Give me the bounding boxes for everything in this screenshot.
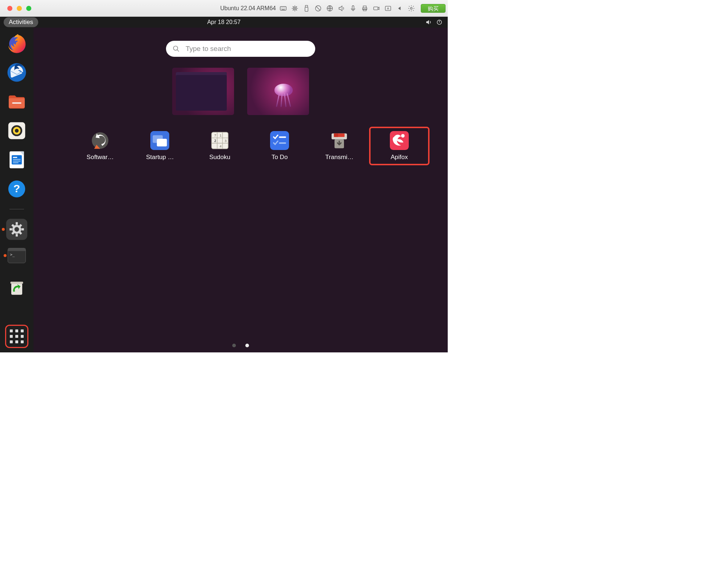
dock-item-thunderbird[interactable] [6,62,27,83]
thunderbird-icon [6,62,27,83]
svg-text:4: 4 [219,144,222,148]
app-label: Sudoku [209,154,230,161]
app-label: Transmi… [325,154,354,161]
maximize-window-button[interactable] [26,6,31,11]
globe-icon[interactable] [326,5,333,12]
svg-text:?: ? [13,182,20,194]
camera-icon[interactable] [373,5,380,12]
usb-icon[interactable] [303,5,310,12]
buy-button[interactable]: 购买 [421,4,446,13]
vm-screen: Activities Apr 18 20:57 [0,17,448,352]
svg-rect-1 [293,7,296,9]
svg-rect-22 [13,157,17,158]
mic-icon[interactable] [349,5,357,12]
app-todo[interactable]: To Do [253,131,306,161]
search-bar[interactable] [166,41,315,57]
svg-rect-31 [11,283,22,295]
page-indicator[interactable] [232,344,249,347]
close-window-button[interactable] [7,6,12,11]
app-label: Softwar… [87,154,114,161]
search-icon [173,45,180,52]
app-startup-applications[interactable]: Startup … [133,131,186,161]
search-input[interactable] [185,44,309,53]
show-applications-button[interactable] [5,325,28,348]
apifox-icon [390,131,409,150]
window-controls [7,6,31,11]
dock-item-help[interactable]: ? [6,178,27,199]
help-icon: ? [6,178,27,199]
dock-item-settings[interactable] [6,219,27,240]
app-label: To Do [272,154,288,161]
app-software-updater[interactable]: Softwar… [74,131,127,161]
app-label: Startup … [146,154,174,161]
printer-icon[interactable] [361,5,368,12]
app-transmission[interactable]: Transmi… [313,131,366,161]
dock-item-trash[interactable] [6,277,27,298]
settings-icon [6,219,27,240]
terminal-icon: >_ [8,248,25,263]
svg-rect-37 [157,139,167,146]
overview-area: Softwar… Startup … [33,28,448,352]
back-icon[interactable] [396,5,403,12]
svg-rect-49 [334,134,338,137]
rhythmbox-icon [6,120,27,141]
host-toolbar-icons: 购买 [280,4,446,13]
svg-text:7: 7 [214,133,216,137]
clock[interactable]: Apr 18 20:57 [207,19,241,25]
svg-rect-46 [279,142,286,144]
svg-point-10 [411,7,412,9]
dock-item-files[interactable] [6,91,27,112]
sudoku-icon: 7 1 2 3 4 [210,131,229,150]
software-updater-icon [91,131,110,150]
svg-rect-29 [8,248,25,251]
dock-item-terminal[interactable]: >_ [8,248,26,263]
activities-button[interactable]: Activities [4,17,38,27]
svg-rect-32 [11,282,23,284]
libreoffice-writer-icon [6,149,27,170]
svg-rect-2 [294,8,295,9]
svg-point-33 [174,46,178,51]
dock-item-libreoffice-writer[interactable] [6,149,27,170]
page-dot-2[interactable] [245,344,249,347]
svg-rect-15 [12,102,21,103]
app-apifox[interactable]: Apifox [369,127,430,165]
svg-point-19 [15,129,19,133]
gear-icon[interactable] [408,5,415,12]
share-display-icon[interactable] [384,5,392,12]
app-label: Apifox [391,154,408,161]
workspace-thumbnails [172,68,309,115]
sound-icon[interactable] [338,5,345,12]
dock: ? >_ [0,28,33,352]
page-dot-1[interactable] [232,344,236,347]
svg-rect-4 [305,7,308,11]
firefox-icon [6,33,27,54]
svg-rect-7 [352,5,354,9]
workspace-thumbnail-1[interactable] [172,68,234,115]
todo-icon [270,131,289,150]
svg-text:3: 3 [225,139,226,143]
svg-rect-23 [13,159,21,160]
svg-point-52 [401,134,405,138]
cpu-icon[interactable] [291,5,298,12]
network-disabled-icon[interactable] [314,5,322,12]
dock-separator [9,209,24,209]
svg-text:>_: >_ [10,252,15,257]
running-indicator [2,228,5,231]
transmission-icon [330,131,349,150]
minimize-window-button[interactable] [17,6,22,11]
power-icon[interactable] [436,19,443,25]
svg-text:1: 1 [219,133,221,137]
volume-icon[interactable] [425,19,432,25]
startup-apps-icon [150,131,169,150]
keyboard-icon[interactable] [280,5,287,12]
vm-title: Ubuntu 22.04 ARM64 [220,5,276,12]
svg-rect-25 [13,162,19,163]
dock-item-firefox[interactable] [6,33,27,54]
status-area[interactable] [425,19,443,25]
svg-rect-44 [270,131,289,150]
dock-item-rhythmbox[interactable] [6,120,27,141]
svg-text:2: 2 [214,139,216,143]
app-sudoku[interactable]: 7 1 2 3 4 Sudoku [193,131,246,161]
workspace-thumbnail-2[interactable] [247,68,309,115]
svg-rect-8 [374,7,378,9]
